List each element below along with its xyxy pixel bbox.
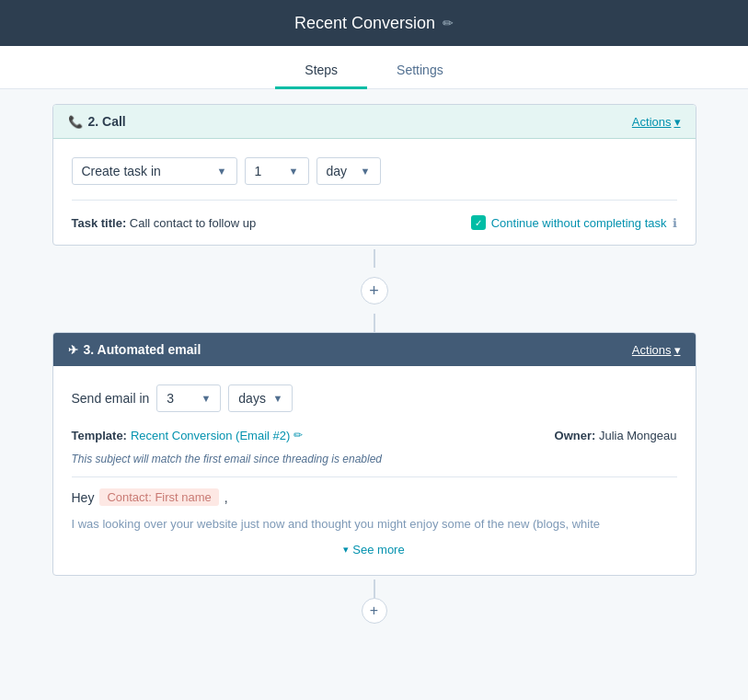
email-preview: Hey Contact: First name , I was looking … — [72, 476, 677, 534]
delay-value-arrow: ▼ — [289, 166, 299, 177]
create-task-label: Create task in — [82, 164, 161, 178]
phone-icon: 📞 — [68, 115, 83, 129]
send-delay-unit-arrow: ▼ — [272, 393, 282, 404]
send-email-label: Send email in — [72, 391, 150, 406]
step3-card: ✈ 3. Automated email Actions ▾ Send emai… — [52, 332, 696, 576]
comma: , — [224, 490, 228, 505]
template-row: Template: Recent Conversion (Email #2) ✏… — [72, 427, 677, 443]
hey-row: Hey Contact: First name , — [72, 488, 677, 506]
top-header: Recent Conversion ✏ — [0, 0, 748, 46]
connector-2: + — [362, 580, 387, 624]
main-content: 📞 2. Call Actions ▾ Create task in ▼ 1 ▼ — [0, 89, 748, 638]
template-left: Template: Recent Conversion (Email #2) ✏ — [72, 429, 304, 442]
connector-line-bottom — [374, 314, 375, 332]
send-delay-unit: days — [238, 391, 266, 406]
create-task-dropdown[interactable]: Create task in ▼ — [72, 157, 237, 185]
step3-label: 3. Automated email — [84, 342, 201, 357]
create-task-arrow: ▼ — [217, 166, 227, 177]
add-step-bottom-button[interactable]: + — [362, 598, 387, 624]
connector-1: + — [361, 249, 388, 332]
task-title-row: Task title: Call contact to follow up ✓ … — [72, 212, 677, 230]
threading-note: This subject will match the first email … — [72, 453, 677, 465]
step2-actions-chevron: ▾ — [674, 115, 681, 129]
template-link[interactable]: Recent Conversion (Email #2) — [131, 429, 290, 442]
step3-actions-chevron: ▾ — [674, 343, 681, 357]
step3-actions-button[interactable]: Actions ▾ — [632, 343, 681, 357]
owner-name: Julia Mongeau — [599, 429, 677, 442]
connector-line-bottom2 — [374, 580, 375, 598]
owner-info: Owner: Julia Mongeau — [555, 427, 677, 443]
contact-first-name-token: Contact: First name — [99, 488, 218, 506]
edit-title-icon[interactable]: ✏ — [443, 16, 454, 30]
connector-line-top — [374, 249, 375, 268]
tab-steps[interactable]: Steps — [275, 53, 367, 89]
hey-text: Hey — [72, 490, 95, 505]
step3-header: ✈ 3. Automated email Actions ▾ — [53, 333, 696, 366]
delay-unit-arrow: ▼ — [361, 166, 371, 177]
step2-label: 2. Call — [88, 114, 126, 129]
owner-label: Owner: — [555, 429, 599, 442]
continue-label: Continue without completing task — [491, 216, 667, 230]
add-step-button[interactable]: + — [361, 277, 388, 304]
step3-actions-label: Actions — [632, 343, 672, 357]
send-delay-value-arrow: ▼ — [201, 393, 211, 404]
step2-actions-label: Actions — [632, 115, 672, 129]
see-more-chevron: ▾ — [343, 544, 349, 556]
step2-actions-button[interactable]: Actions ▾ — [632, 115, 681, 129]
plus-icon: + — [369, 281, 379, 301]
send-delay-value-dropdown[interactable]: 3 ▼ — [156, 384, 221, 412]
step2-dropdown-row: Create task in ▼ 1 ▼ day ▼ — [72, 157, 677, 185]
task-title-label: Task title: — [72, 216, 127, 230]
send-email-row: Send email in 3 ▼ days ▼ — [72, 384, 677, 412]
tab-settings[interactable]: Settings — [367, 53, 473, 89]
step2-title: 📞 2. Call — [68, 114, 126, 129]
task-title-value: Call contact to follow up — [130, 216, 256, 230]
delay-unit-label: day — [327, 164, 348, 178]
step3-title: ✈ 3. Automated email — [68, 342, 201, 357]
template-label: Template: — [72, 429, 127, 442]
step2-card: 📞 2. Call Actions ▾ Create task in ▼ 1 ▼ — [52, 104, 696, 246]
continue-row: ✓ Continue without completing task ℹ — [471, 215, 677, 230]
continue-checkbox[interactable]: ✓ — [471, 215, 486, 230]
info-icon[interactable]: ℹ — [673, 216, 677, 230]
delay-value-label: 1 — [255, 164, 262, 178]
see-more-label: See more — [352, 543, 404, 557]
step2-divider — [72, 200, 677, 201]
workflow-title: Recent Conversion — [294, 14, 435, 33]
edit-template-icon[interactable]: ✏ — [293, 429, 303, 442]
send-delay-value: 3 — [167, 391, 174, 406]
email-icon: ✈ — [68, 343, 78, 357]
send-delay-unit-dropdown[interactable]: days ▼ — [228, 384, 293, 412]
step2-header: 📞 2. Call Actions ▾ — [53, 105, 696, 139]
step3-body: Send email in 3 ▼ days ▼ Template: Recen… — [53, 366, 696, 575]
tabs-bar: Steps Settings — [0, 46, 748, 89]
delay-value-dropdown[interactable]: 1 ▼ — [245, 157, 309, 185]
task-title-text: Task title: Call contact to follow up — [72, 216, 257, 230]
see-more-button[interactable]: ▾ See more — [72, 534, 677, 560]
delay-unit-dropdown[interactable]: day ▼ — [316, 157, 381, 185]
email-body-preview: I was looking over your website just now… — [72, 515, 677, 534]
step2-body: Create task in ▼ 1 ▼ day ▼ Task title: C… — [53, 139, 696, 245]
plus-icon-bottom: + — [370, 602, 378, 619]
